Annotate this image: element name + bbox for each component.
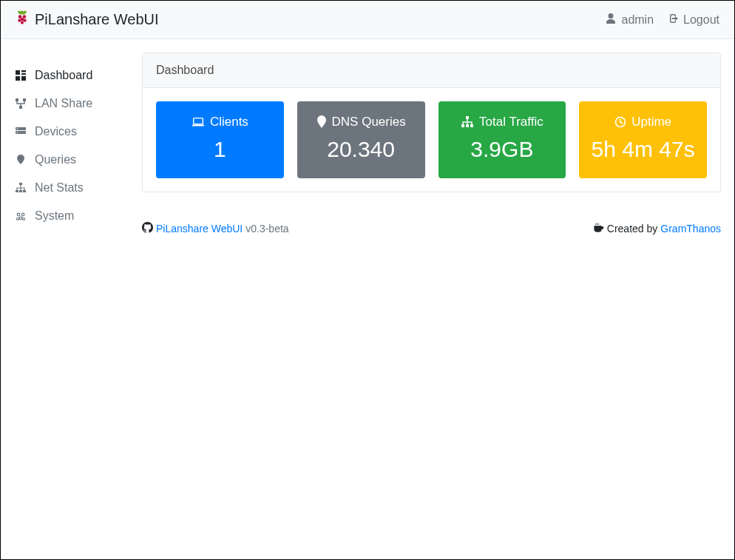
sidebar-item-lanshare[interactable]: LAN Share	[14, 90, 129, 118]
navbar: PiLanshare WebUI admin Logout	[1, 1, 734, 39]
stat-clients-value: 1	[163, 137, 277, 162]
sidebar-item-system[interactable]: System	[14, 202, 129, 230]
footer-right: Created by GramThanos	[593, 222, 721, 235]
raspberry-pi-icon	[16, 10, 29, 30]
coffee-icon	[593, 222, 604, 235]
content: Dashboard Clients 1	[142, 53, 721, 235]
navbar-right: admin Logout	[605, 13, 719, 27]
author-link[interactable]: GramThanos	[660, 223, 721, 235]
sidebar-item-label: LAN Share	[35, 97, 92, 110]
svg-rect-9	[16, 76, 20, 81]
brand-text: PiLanshare WebUI	[35, 11, 159, 28]
svg-point-3	[18, 19, 21, 22]
sidebar-item-label: Queries	[35, 153, 76, 166]
svg-rect-10	[21, 76, 26, 81]
version-text: v0.3-beta	[245, 223, 288, 235]
laptop-icon	[192, 116, 205, 128]
stat-clients: Clients 1	[156, 101, 284, 178]
stat-uptime-label: Uptime	[586, 115, 700, 129]
page-title: Dashboard	[143, 53, 720, 88]
system-icon	[14, 209, 27, 223]
stat-traffic-value: 3.9GB	[446, 137, 559, 162]
stat-uptime-value: 5h 4m 47s	[586, 137, 700, 162]
svg-point-0	[18, 15, 22, 18]
svg-rect-6	[16, 70, 20, 75]
svg-rect-11	[16, 98, 18, 101]
lanshare-icon	[14, 97, 27, 110]
footer-left: PiLanshare WebUI v0.3-beta	[142, 222, 289, 235]
svg-rect-8	[21, 73, 26, 75]
github-icon	[142, 222, 153, 235]
dashboard-card: Dashboard Clients 1	[142, 53, 721, 192]
svg-rect-20	[19, 190, 22, 192]
sidebar-item-label: Dashboard	[35, 69, 92, 82]
svg-rect-13	[19, 106, 22, 109]
svg-rect-12	[23, 98, 26, 101]
svg-point-4	[24, 19, 27, 22]
sidebar-item-label: Devices	[35, 125, 77, 138]
netstats-icon	[14, 181, 27, 195]
svg-point-23	[21, 213, 24, 216]
svg-rect-29	[466, 116, 469, 119]
stat-dns-value: 20.340	[305, 137, 418, 162]
stat-clients-label: Clients	[163, 115, 277, 129]
svg-point-26	[23, 218, 25, 220]
stat-dns: DNS Queries 20.340	[297, 101, 425, 178]
svg-rect-31	[466, 124, 469, 127]
sidebar-item-label: System	[35, 209, 74, 223]
sidebar-item-netstats[interactable]: Net Stats	[14, 174, 129, 202]
devices-icon	[14, 125, 27, 138]
user-link[interactable]: admin	[605, 13, 654, 27]
stat-uptime: Uptime 5h 4m 47s	[579, 101, 707, 178]
user-label: admin	[621, 13, 654, 27]
stat-dns-label: DNS Queries	[305, 115, 418, 129]
svg-point-16	[17, 128, 18, 129]
created-by-text: Created by	[607, 223, 657, 235]
svg-rect-7	[21, 70, 26, 72]
svg-point-24	[19, 217, 22, 220]
clock-icon	[614, 116, 626, 128]
svg-rect-19	[16, 190, 18, 192]
logout-icon	[667, 13, 679, 27]
sidebar: Dashboard LAN Share Devices Queries Net …	[14, 53, 129, 235]
svg-point-17	[17, 132, 18, 133]
user-icon	[605, 13, 617, 27]
footer: PiLanshare WebUI v0.3-beta Created by Gr…	[142, 207, 721, 235]
svg-rect-18	[19, 183, 22, 185]
stats-row: Clients 1 DNS Queries 20.340	[143, 88, 720, 192]
svg-rect-21	[23, 190, 26, 192]
svg-rect-27	[194, 118, 203, 124]
logout-label: Logout	[683, 13, 719, 27]
network-icon	[461, 116, 474, 128]
dashboard-icon	[14, 69, 27, 82]
sidebar-item-devices[interactable]: Devices	[14, 118, 129, 146]
svg-point-25	[17, 218, 19, 220]
repo-link[interactable]: PiLanshare WebUI	[156, 223, 243, 235]
stat-traffic: Total Traffic 3.9GB	[438, 101, 566, 178]
marker-icon	[316, 115, 327, 129]
svg-point-1	[23, 15, 27, 18]
main-wrap: Dashboard LAN Share Devices Queries Net …	[1, 39, 734, 235]
queries-icon	[14, 153, 27, 166]
sidebar-item-label: Net Stats	[35, 181, 84, 195]
svg-rect-32	[470, 124, 473, 127]
svg-rect-28	[192, 125, 204, 126]
stat-traffic-label: Total Traffic	[446, 115, 559, 129]
logout-link[interactable]: Logout	[667, 13, 719, 27]
brand[interactable]: PiLanshare WebUI	[16, 10, 159, 30]
svg-point-22	[17, 213, 20, 216]
sidebar-item-queries[interactable]: Queries	[14, 146, 129, 174]
svg-rect-30	[461, 124, 464, 127]
svg-point-5	[21, 21, 24, 24]
sidebar-item-dashboard[interactable]: Dashboard	[14, 61, 129, 90]
